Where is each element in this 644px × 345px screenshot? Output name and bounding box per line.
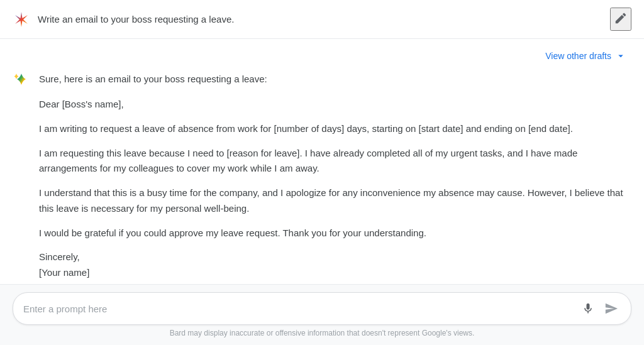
bard-logo	[13, 11, 30, 28]
input-wrapper	[13, 292, 631, 325]
drafts-bar: View other drafts	[13, 39, 631, 69]
email-paragraph-4: I would be grateful if you could approve…	[39, 226, 631, 241]
email-body: Dear [Boss's name],I am writing to reque…	[39, 97, 631, 281]
email-paragraph-3: I understand that this is a busy time fo…	[39, 185, 631, 217]
view-drafts-label: View other drafts	[545, 51, 611, 61]
pencil-icon	[614, 11, 628, 25]
edit-button[interactable]	[610, 8, 631, 31]
view-drafts-button[interactable]: View other drafts	[540, 48, 631, 64]
input-area: Bard may display inaccurate or offensive…	[0, 284, 644, 345]
send-icon	[604, 302, 618, 315]
main-content: View other drafts	[0, 39, 644, 284]
email-paragraph-5: Sincerely,[Your name]	[39, 249, 631, 281]
microphone-icon	[582, 302, 594, 315]
response-text: Sure, here is an email to your boss requ…	[39, 72, 631, 281]
disclaimer-text: Bard may display inaccurate or offensive…	[13, 325, 631, 340]
bard-spark-icon	[13, 72, 30, 89]
response-container: Sure, here is an email to your boss requ…	[13, 69, 631, 281]
microphone-button[interactable]	[579, 300, 597, 317]
prompt-input[interactable]	[23, 304, 574, 314]
email-paragraph-0: Dear [Boss's name],	[39, 97, 631, 112]
send-button[interactable]	[602, 299, 621, 318]
response-intro: Sure, here is an email to your boss requ…	[39, 72, 631, 87]
header: Write an email to your boss requesting a…	[0, 0, 644, 39]
conversation-title: Write an email to your boss requesting a…	[38, 14, 610, 25]
email-paragraph-1: I am writing to request a leave of absen…	[39, 121, 631, 137]
chevron-down-icon	[615, 50, 626, 62]
email-paragraph-2: I am requesting this leave because I nee…	[39, 146, 631, 177]
